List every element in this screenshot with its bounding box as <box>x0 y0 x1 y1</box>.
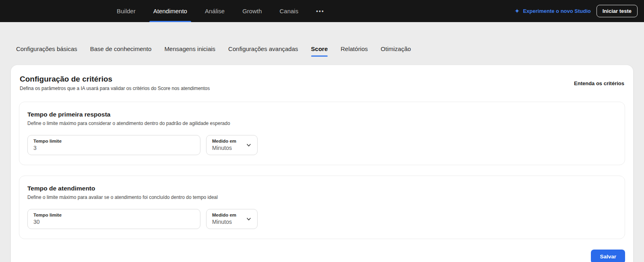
card-footer: Salvar <box>19 250 625 262</box>
section-fields: Tempo limite Medido em Minutos <box>27 209 617 229</box>
nav-item-atendimento[interactable]: Atendimento <box>153 0 187 22</box>
new-studio-link-label: Experimente o novo Studio <box>523 8 590 14</box>
measured-in-texts: Medido em Minutos <box>212 213 236 225</box>
nav-item-canais[interactable]: Canais <box>280 0 299 22</box>
measured-in-select[interactable]: Medido em Minutos <box>206 209 258 229</box>
time-limit-label: Tempo limite <box>33 213 194 217</box>
section-fields: Tempo limite Medido em Minutos <box>27 135 617 155</box>
page-subtitle: Defina os parâmetros que a IA usará para… <box>20 86 210 91</box>
tab-relatorios[interactable]: Relatórios <box>341 45 368 53</box>
tab-configuracoes-basicas[interactable]: Configurações básicas <box>16 45 77 53</box>
section-title: Tempo de atendimento <box>27 185 617 192</box>
chevron-down-icon <box>246 142 252 148</box>
sparkle-icon: ✦ <box>514 8 520 14</box>
section-service-time: Tempo de atendimento Define o limite máx… <box>19 176 625 239</box>
measured-in-label: Medido em <box>212 213 236 217</box>
nav-item-analise[interactable]: Análise <box>205 0 225 22</box>
save-button[interactable]: Salvar <box>591 250 625 262</box>
card-header: Configuração de critérios Defina os parâ… <box>19 75 625 91</box>
primary-nav: Builder Atendimento Análise Growth Canai… <box>117 0 324 22</box>
time-limit-field[interactable]: Tempo limite <box>27 135 200 155</box>
topbar-right-group: ✦ Experimente o novo Studio Iniciar test… <box>514 5 638 17</box>
tab-score[interactable]: Score <box>311 45 328 53</box>
time-limit-label: Tempo limite <box>33 139 194 143</box>
tab-base-de-conhecimento[interactable]: Base de conhecimento <box>90 45 152 53</box>
measured-in-select[interactable]: Medido em Minutos <box>206 135 258 155</box>
measured-in-label: Medido em <box>212 139 236 143</box>
section-first-response-time: Tempo de primeira resposta Define o limi… <box>19 102 625 165</box>
section-title: Tempo de primeira resposta <box>27 111 617 118</box>
start-test-button[interactable]: Iniciar teste <box>597 5 638 17</box>
nav-item-growth[interactable]: Growth <box>242 0 262 22</box>
chevron-down-icon <box>246 216 252 222</box>
section-description: Define o limite máximo para avaliar se o… <box>27 194 617 200</box>
time-limit-input[interactable] <box>33 219 194 225</box>
time-limit-field[interactable]: Tempo limite <box>27 209 200 229</box>
top-navigation-bar: Builder Atendimento Análise Growth Canai… <box>0 0 644 22</box>
tab-mensagens-iniciais[interactable]: Mensagens iniciais <box>164 45 215 53</box>
new-studio-link[interactable]: ✦ Experimente o novo Studio <box>514 8 591 14</box>
measured-in-texts: Medido em Minutos <box>212 139 236 151</box>
page-title: Configuração de critérios <box>20 75 210 84</box>
criteria-configuration-card: Configuração de critérios Defina os parâ… <box>11 65 633 262</box>
settings-tab-bar: Configurações básicas Base de conhecimen… <box>0 45 644 53</box>
measured-in-value: Minutos <box>212 145 236 151</box>
card-header-text: Configuração de critérios Defina os parâ… <box>20 75 210 91</box>
time-limit-input[interactable] <box>33 145 194 151</box>
understand-criteria-link[interactable]: Entenda os critérios <box>574 80 624 86</box>
measured-in-value: Minutos <box>212 219 236 225</box>
tab-otimizacao[interactable]: Otimização <box>381 45 411 53</box>
nav-item-builder[interactable]: Builder <box>117 0 136 22</box>
tab-configuracoes-avancadas[interactable]: Configurações avançadas <box>228 45 298 53</box>
section-description: Define o limite máximo para considerar o… <box>27 121 617 126</box>
nav-more-button[interactable]: ••• <box>316 0 324 22</box>
